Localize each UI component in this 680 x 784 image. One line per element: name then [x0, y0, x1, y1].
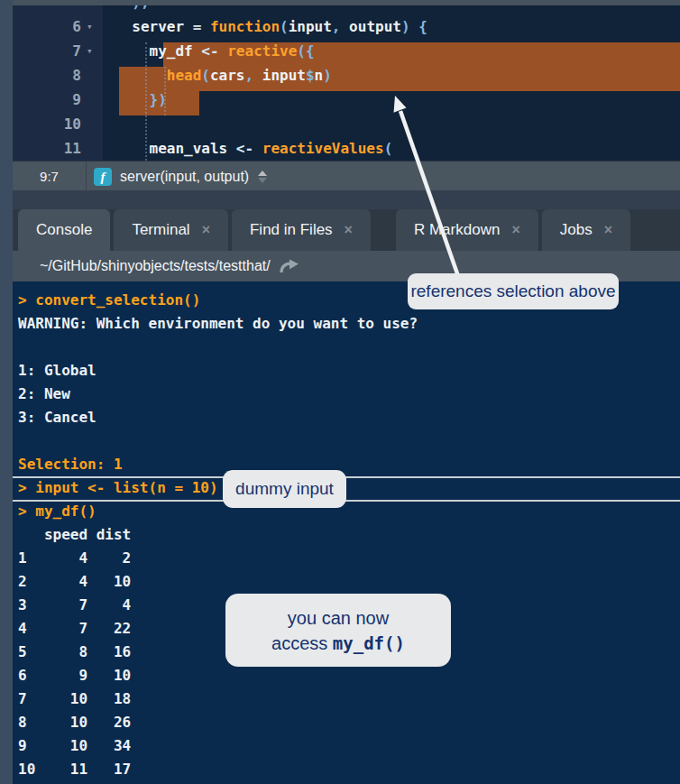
console-output-pane[interactable]: > convert_selection() WARNING: Which env…	[13, 281, 680, 784]
callout-text: references selection above	[410, 281, 615, 301]
code-line[interactable]: ),	[13, 5, 680, 14]
code-line[interactable]: 6▾ server = function(input, output) {	[13, 14, 680, 39]
line-number: 8	[13, 63, 81, 88]
tab-label: Find in Files	[250, 221, 333, 239]
status-separator	[86, 161, 87, 191]
callout-text: access my_df()	[271, 631, 405, 656]
fold-arrow-icon[interactable]: ▾	[87, 14, 105, 39]
code-text: head(cars, input$n)	[115, 63, 332, 88]
working-directory-path[interactable]: ~/GitHub/shinyobjects/tests/testthat/	[40, 258, 271, 274]
tab-label: R Markdown	[414, 221, 500, 239]
tab-terminal[interactable]: Terminal×	[114, 209, 228, 251]
line-number: 10	[13, 112, 81, 136]
line-number: 7	[13, 39, 81, 63]
callout-access-mydf: you can now access my_df()	[225, 594, 451, 667]
highlight-line-bottom	[13, 500, 680, 502]
code-line[interactable]: 8 head(cars, input$n)	[13, 63, 680, 88]
editor-status-bar: 9:7 f server(input, output)	[13, 161, 680, 191]
tab-label: Terminal	[132, 221, 189, 239]
tab-label: Console	[36, 221, 92, 239]
callout-references-selection: references selection above	[408, 273, 619, 309]
code-line[interactable]: 10	[13, 112, 680, 136]
code-line[interactable]: 7▾ my_df <- reactive({	[13, 39, 680, 63]
code-line[interactable]: 9 })	[13, 88, 680, 112]
line-number: 9	[13, 88, 81, 112]
function-icon: f	[94, 168, 112, 186]
code-text: server = function(input, output) {	[115, 14, 427, 39]
code-text: })	[115, 88, 167, 112]
code-text: mean_vals <- reactiveValues(	[115, 136, 392, 161]
tab-r-markdown[interactable]: R Markdown×	[396, 209, 538, 251]
code-text: my_df <- reactive({	[115, 39, 315, 63]
tab-label: Jobs	[560, 221, 593, 239]
code-line[interactable]: 11 mean_vals <- reactiveValues(	[13, 136, 680, 161]
cursor-position[interactable]: 9:7	[13, 169, 86, 184]
fold-arrow-icon[interactable]: ▾	[87, 39, 105, 63]
function-scope-label[interactable]: server(input, output)	[120, 169, 249, 185]
tab-console[interactable]: Console	[18, 209, 110, 251]
close-icon[interactable]: ×	[511, 222, 519, 238]
close-icon[interactable]: ×	[202, 222, 210, 238]
chevron-down-icon	[258, 178, 267, 183]
callout-text: you can now	[288, 605, 389, 631]
console-tab-bar: ConsoleTerminal×Find in Files×R Markdown…	[13, 209, 680, 251]
pane-divider-band	[13, 190, 680, 209]
callout-text: dummy input	[235, 479, 334, 499]
line-number: 11	[13, 136, 81, 161]
go-to-directory-icon[interactable]	[278, 257, 301, 275]
line-number: 6	[13, 14, 81, 39]
highlight-line-top	[13, 476, 680, 478]
scope-navigator-spinner[interactable]	[258, 171, 267, 183]
code-text: ),	[115, 5, 150, 14]
callout-dummy-input: dummy input	[223, 470, 346, 508]
close-icon[interactable]: ×	[604, 222, 612, 238]
tab-find-in-files[interactable]: Find in Files×	[232, 209, 371, 251]
close-icon[interactable]: ×	[345, 222, 353, 238]
console-text: > convert_selection() WARNING: Which env…	[18, 289, 418, 781]
source-editor-pane[interactable]: ),6▾ server = function(input, output) {7…	[13, 5, 680, 161]
chevron-up-icon	[258, 171, 267, 176]
mydf-code-text: my_df()	[333, 633, 405, 653]
tab-jobs[interactable]: Jobs×	[542, 209, 630, 251]
